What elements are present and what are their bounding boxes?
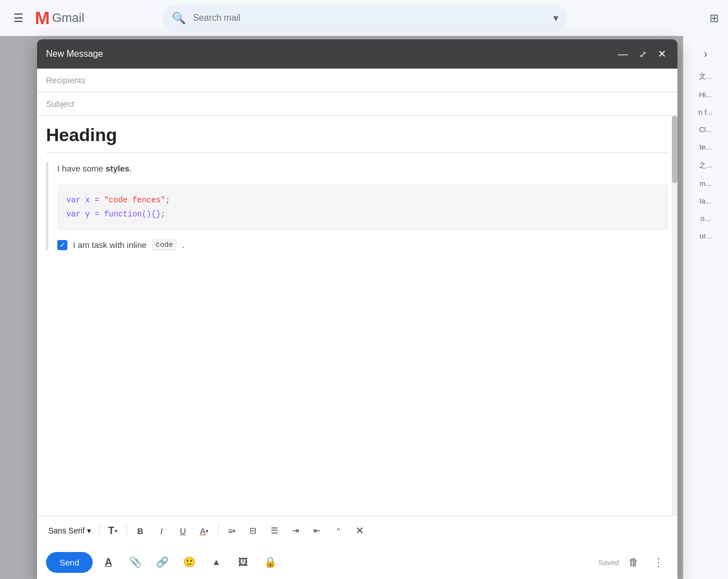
close-icon: ✕ <box>658 48 666 60</box>
compose-body[interactable]: Heading I have some styles. var x = "cod… <box>37 116 677 515</box>
sidebar-right-item-8: la... <box>695 194 716 207</box>
right-sidebar: › 文... Hi... n f... Cl... te... 之... m..… <box>683 36 728 579</box>
font-color-icon: A <box>200 526 206 536</box>
more-options-icon: ⋮ <box>653 555 664 569</box>
text-size-dropdown-icon: ▾ <box>115 528 117 534</box>
insert-link-button[interactable]: 🔗 <box>151 551 174 573</box>
trash-icon: 🗑 <box>629 557 639 568</box>
code-func: function <box>104 210 142 219</box>
bold-button[interactable]: B <box>130 521 151 541</box>
sidebar-right-item-4: Cl... <box>694 123 716 136</box>
quote-button[interactable]: " <box>329 521 349 541</box>
font-family-selector[interactable]: Sans Serif ▾ <box>44 523 95 539</box>
photo-icon: 🖼 <box>238 557 248 568</box>
code-line-2: var y = function(){}; <box>66 207 659 221</box>
ordered-list-button[interactable]: ⊟ <box>243 521 263 541</box>
clear-format-button[interactable]: ✕ <box>350 521 370 541</box>
google-drive-button[interactable]: ▲ <box>205 551 228 573</box>
sidebar-right-item-3: n f... <box>694 106 717 119</box>
gmail-logo-m: M <box>35 8 50 29</box>
more-options-button[interactable]: ⋮ <box>648 552 668 572</box>
text-size-button[interactable]: T ▾ <box>103 521 123 541</box>
font-color-button[interactable]: A ▾ <box>194 521 215 541</box>
compose-expand-button[interactable]: ⤢ <box>637 48 649 61</box>
compose-text-bold: styles <box>106 164 130 173</box>
confidential-button[interactable]: 🔒 <box>259 551 281 573</box>
subject-field: Subject <box>37 92 677 116</box>
minimize-icon: — <box>618 48 628 60</box>
italic-button[interactable]: I <box>152 521 172 541</box>
task-item: ✓ I am task with inline code . <box>57 239 668 250</box>
align-icon: ≡ <box>228 526 233 536</box>
align-dropdown-icon: ▾ <box>233 528 235 534</box>
recipients-label: Recipients <box>46 75 97 85</box>
gmail-logo: M Gmail <box>35 8 84 29</box>
apps-grid-icon[interactable]: ⊞ <box>709 11 719 25</box>
code-string-1: "code fences" <box>104 196 165 205</box>
send-button[interactable]: Send <box>46 552 93 573</box>
emoji-icon: 🙂 <box>183 556 195 568</box>
compose-close-button[interactable]: ✕ <box>656 47 668 61</box>
compose-text-styles: I have some styles. <box>57 162 668 175</box>
menu-icon[interactable]: ☰ <box>9 7 28 29</box>
text-size-icon: T <box>108 525 115 537</box>
font-family-dropdown-icon: ▾ <box>87 526 91 535</box>
toolbar-divider-2 <box>126 524 127 537</box>
task-inline-code: code <box>152 239 176 250</box>
link-icon: 🔗 <box>156 556 169 568</box>
drive-icon: ▲ <box>212 557 221 567</box>
code-semicolon-1: ; <box>165 196 170 205</box>
toolbar-divider-1 <box>99 524 99 537</box>
sidebar-right-item-9: o... <box>696 212 715 225</box>
format-text-icon: A <box>105 557 112 568</box>
clear-format-icon: ✕ <box>356 524 364 537</box>
recipients-input[interactable] <box>97 75 668 85</box>
code-block: var x = "code fences"; var y = function(… <box>57 184 668 230</box>
underline-button[interactable]: U <box>173 521 193 541</box>
ordered-list-icon: ⊟ <box>249 526 257 536</box>
sidebar-right-expand-icon[interactable]: › <box>699 43 712 65</box>
indent-in-icon: ⇥ <box>292 526 299 536</box>
scrollbar-track <box>672 116 677 515</box>
sidebar-right-item-10: ur... <box>695 229 716 242</box>
heading-divider <box>46 152 668 153</box>
align-button[interactable]: ≡ ▾ <box>222 521 242 541</box>
unordered-list-button[interactable]: ☰ <box>265 521 285 541</box>
subject-label: Subject <box>46 99 97 108</box>
attach-icon: 📎 <box>129 556 142 568</box>
recipients-field: Recipients <box>37 69 677 92</box>
scrollbar-thumb <box>672 116 677 183</box>
indent-in-button[interactable]: ⇥ <box>286 521 306 541</box>
insert-emoji-button[interactable]: 🙂 <box>178 551 201 573</box>
delete-button[interactable]: 🗑 <box>624 552 644 572</box>
task-checkbox[interactable]: ✓ <box>57 240 67 250</box>
code-line-1: var x = "code fences"; <box>66 193 659 207</box>
italic-icon: I <box>161 526 163 536</box>
sidebar-right-item-1: 文... <box>694 69 717 84</box>
quote-icon: " <box>337 526 340 536</box>
bold-icon: B <box>137 526 143 536</box>
format-text-button[interactable]: A <box>97 551 120 573</box>
unordered-list-icon: ☰ <box>271 526 278 536</box>
subject-input[interactable] <box>97 99 668 108</box>
compose-minimize-button[interactable]: — <box>616 47 630 61</box>
font-family-label: Sans Serif <box>48 526 85 535</box>
insert-photo-button[interactable]: 🖼 <box>232 551 254 573</box>
compose-window: New Message — ⤢ ✕ Recipients Subject Hea… <box>37 39 677 579</box>
toolbar-divider-3 <box>218 524 219 537</box>
gmail-logo-text: Gmail <box>52 11 84 25</box>
sidebar-right-item-6: 之... <box>694 158 717 173</box>
indent-out-button[interactable]: ⇤ <box>307 521 327 541</box>
attach-file-button[interactable]: 📎 <box>124 551 147 573</box>
compose-blockquote: I have some styles. var x = "code fences… <box>46 162 668 250</box>
compose-text-before: I have some <box>57 164 106 173</box>
top-bar: ☰ M Gmail 🔍 ▾ ⊞ <box>0 0 728 36</box>
search-icon: 🔍 <box>172 11 186 25</box>
search-dropdown-icon[interactable]: ▾ <box>553 12 558 24</box>
compose-controls: — ⤢ ✕ <box>616 47 668 61</box>
task-text-after: . <box>182 240 184 250</box>
compose-heading: Heading <box>46 125 668 146</box>
compose-header: New Message — ⤢ ✕ <box>37 39 677 69</box>
search-input[interactable] <box>193 13 547 23</box>
compose-actions: Send A 📎 🔗 🙂 ▲ 🖼 🔒 Saved 🗑 ⋮ <box>37 545 677 579</box>
